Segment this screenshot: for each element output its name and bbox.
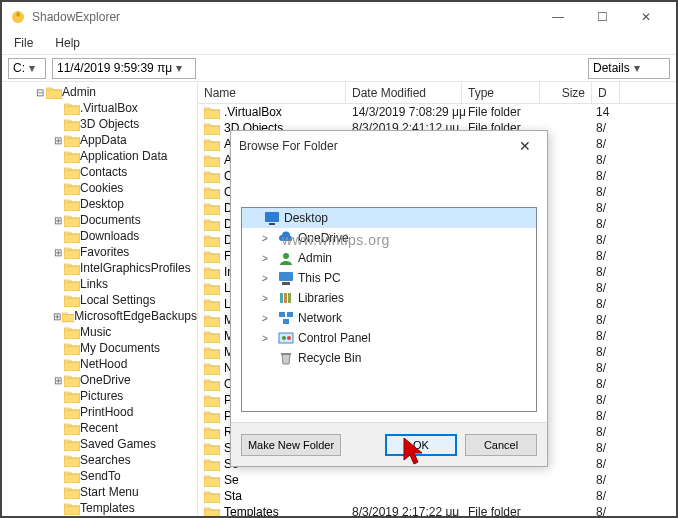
view-value: Details [593,61,630,75]
folder-icon [204,250,220,263]
tree-item-label: Cookies [80,181,123,195]
location-item[interactable]: Recycle Bin [242,348,536,368]
location-label: Admin [298,251,332,265]
tree-item[interactable]: Start Menu [4,484,197,500]
tree-item[interactable]: NetHood [4,356,197,372]
location-label: Libraries [298,291,344,305]
tree-item[interactable]: ⊞Documents [4,212,197,228]
folder-icon [64,454,80,467]
folder-icon [64,262,80,275]
svg-rect-15 [281,353,291,355]
file-row[interactable]: Se8/ [198,472,676,488]
file-row[interactable]: Templates8/3/2019 2:17:22 μμFile folder8… [198,504,676,516]
tree-toggle-icon[interactable]: ⊞ [52,311,62,322]
drive-select[interactable]: C: ▾ [8,58,46,79]
tree-item[interactable]: Templates [4,500,197,516]
tree-item[interactable]: Cookies [4,180,197,196]
tree-item[interactable]: ⊞OneDrive [4,372,197,388]
folder-icon [204,106,220,119]
location-item[interactable]: >OneDrive [242,228,536,248]
column-headers[interactable]: Name Date Modified Type Size D [198,82,676,104]
folder-tree[interactable]: ⊟Admin.VirtualBox3D Objects⊞AppDataAppli… [2,82,198,516]
maximize-button[interactable]: ☐ [580,3,624,31]
tree-item-label: IntelGraphicsProfiles [80,261,191,275]
location-item[interactable]: >Admin [242,248,536,268]
tree-toggle-icon[interactable]: ⊞ [52,375,64,386]
tree-item[interactable]: Pictures [4,388,197,404]
make-new-folder-button[interactable]: Make New Folder [241,434,341,456]
tree-item-label: Templates [80,501,135,515]
file-row[interactable]: .VirtualBox14/3/2019 7:08:29 μμFile fold… [198,104,676,120]
tree-toggle-icon[interactable]: ⊟ [34,87,46,98]
titlebar[interactable]: ShadowExplorer — ☐ ✕ [2,2,676,32]
menu-help[interactable]: Help [49,34,86,52]
file-row[interactable]: Sta8/ [198,488,676,504]
col-size[interactable]: Size [540,82,592,103]
folder-icon [204,314,220,327]
tree-toggle-icon[interactable]: ⊞ [52,135,64,146]
dialog-titlebar[interactable]: Browse For Folder ✕ [231,131,547,161]
tree-item[interactable]: ⊞AppData [4,132,197,148]
col-name[interactable]: Name [198,82,346,103]
tree-item[interactable]: My Documents [4,340,197,356]
tree-toggle-icon[interactable]: ⊞ [52,247,64,258]
tree-item[interactable]: ⊟Admin [4,84,197,100]
dialog-close-button[interactable]: ✕ [511,138,539,154]
tree-item[interactable]: Contacts [4,164,197,180]
expand-icon[interactable]: > [262,253,274,264]
expand-icon[interactable]: > [262,233,274,244]
folder-icon [204,442,220,455]
col-date[interactable]: Date Modified [346,82,462,103]
tree-item[interactable]: Links [4,276,197,292]
file-d: 8/ [592,265,612,279]
tree-item[interactable]: 3D Objects [4,116,197,132]
tree-item[interactable]: Desktop [4,196,197,212]
ok-button[interactable]: OK [385,434,457,456]
close-button[interactable]: ✕ [624,3,668,31]
tree-item[interactable]: Local Settings [4,292,197,308]
chevron-down-icon: ▾ [29,61,35,75]
tree-item[interactable]: Downloads [4,228,197,244]
chevron-down-icon: ▾ [634,61,640,75]
location-label: Desktop [284,211,328,225]
snapshot-value: 11/4/2019 9:59:39 πμ [57,61,172,75]
folder-icon [64,214,80,227]
tree-item[interactable]: Saved Games [4,436,197,452]
tree-item[interactable]: SendTo [4,468,197,484]
file-d: 8/ [592,505,612,516]
tree-item-label: Saved Games [80,437,156,451]
file-d: 8/ [592,409,612,423]
tree-item[interactable]: Music [4,324,197,340]
tree-item[interactable]: PrintHood [4,404,197,420]
menu-file[interactable]: File [8,34,39,52]
location-item[interactable]: >Libraries [242,288,536,308]
location-item[interactable]: >Control Panel [242,328,536,348]
tree-item[interactable]: ⊞MicrosoftEdgeBackups [4,308,197,324]
tree-item[interactable]: Recent [4,420,197,436]
tree-item[interactable]: Application Data [4,148,197,164]
folder-icon [64,198,80,211]
tree-item[interactable]: ⊞Favorites [4,244,197,260]
col-d[interactable]: D [592,82,620,103]
location-tree[interactable]: Desktop>OneDrive>Admin>This PC>Libraries… [241,207,537,412]
location-item[interactable]: Desktop [242,208,536,228]
snapshot-select[interactable]: 11/4/2019 9:59:39 πμ ▾ [52,58,196,79]
tree-item[interactable]: .VirtualBox [4,100,197,116]
location-item[interactable]: >Network [242,308,536,328]
expand-icon[interactable]: > [262,293,274,304]
tree-item[interactable]: Searches [4,452,197,468]
tree-toggle-icon[interactable]: ⊞ [52,215,64,226]
cancel-button[interactable]: Cancel [465,434,537,456]
folder-icon [64,230,80,243]
tree-item[interactable]: IntelGraphicsProfiles [4,260,197,276]
view-select[interactable]: Details ▾ [588,58,670,79]
expand-icon[interactable]: > [262,273,274,284]
location-item[interactable]: >This PC [242,268,536,288]
folder-icon [64,438,80,451]
col-type[interactable]: Type [462,82,540,103]
expand-icon[interactable]: > [262,333,274,344]
expand-icon[interactable]: > [262,313,274,324]
folder-icon [204,458,220,471]
app-title: ShadowExplorer [32,10,536,24]
minimize-button[interactable]: — [536,3,580,31]
